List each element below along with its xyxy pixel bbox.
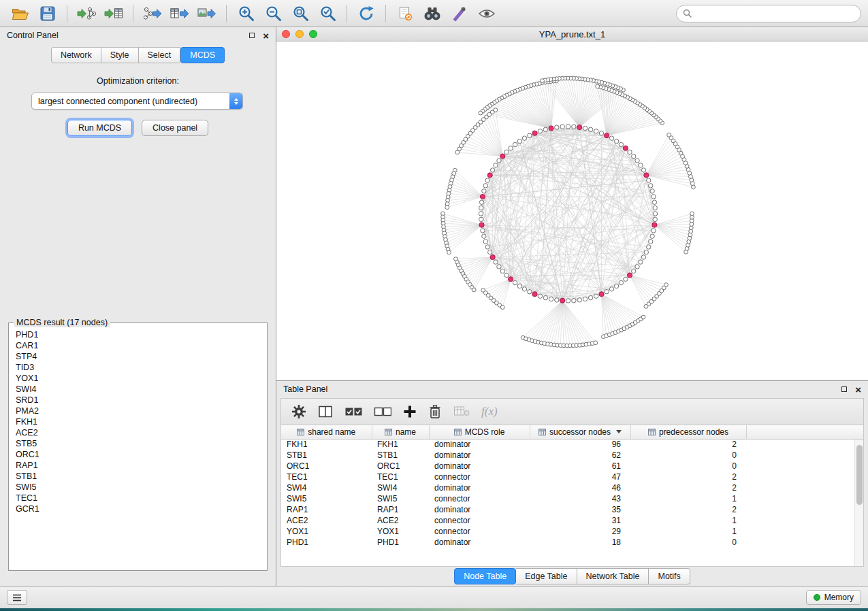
export-table-button[interactable] (166, 2, 193, 25)
list-item[interactable]: TEC1 (16, 493, 260, 503)
close-table-panel-icon[interactable]: × (855, 384, 861, 395)
cell[interactable]: 2 (630, 472, 746, 482)
cell[interactable]: TEC1 (372, 472, 429, 482)
list-item[interactable]: FKH1 (16, 416, 260, 427)
cell[interactable]: FKH1 (372, 439, 429, 450)
cell[interactable]: 29 (530, 526, 630, 537)
cell[interactable]: 43 (530, 493, 630, 504)
tab-node-table[interactable]: Node Table (454, 568, 516, 584)
zoom-fit-button[interactable] (287, 2, 314, 25)
cell[interactable]: dominator (429, 537, 530, 548)
tab-style[interactable]: Style (101, 47, 139, 63)
zoom-in-button[interactable] (232, 2, 259, 25)
table-row[interactable]: PHD1PHD1dominator180 (281, 537, 863, 548)
cell[interactable]: 35 (530, 504, 630, 515)
tab-mcds[interactable]: MCDS (180, 47, 225, 63)
cell[interactable]: connector (429, 526, 530, 537)
function-builder-button[interactable]: f(x) (481, 401, 498, 422)
cell[interactable]: SWI4 (281, 482, 372, 493)
cell[interactable]: ORC1 (372, 461, 429, 472)
cell[interactable]: dominator (429, 504, 530, 515)
clone-network-button[interactable] (391, 2, 419, 25)
cell[interactable]: dominator (429, 461, 530, 472)
cell[interactable]: connector (429, 472, 530, 482)
list-item[interactable]: STB1 (16, 471, 260, 482)
list-item[interactable]: RAP1 (16, 460, 260, 471)
list-item[interactable]: STB5 (16, 438, 260, 449)
list-item[interactable]: YOX1 (16, 373, 260, 384)
cell[interactable]: 1 (630, 526, 746, 537)
float-control-panel-icon[interactable] (249, 33, 255, 38)
cell[interactable]: 46 (530, 482, 630, 493)
cell[interactable]: ORC1 (281, 461, 372, 472)
network-window-titlebar[interactable]: YPA_prune.txt_1 (276, 27, 868, 42)
status-menu-button[interactable] (7, 590, 27, 605)
cell[interactable]: YOX1 (281, 526, 372, 537)
column-header-shared-name[interactable]: shared name (281, 425, 372, 439)
list-item[interactable]: ORC1 (16, 449, 260, 460)
search-network-button[interactable] (419, 2, 446, 25)
table-row[interactable]: SWI4SWI4dominator462 (281, 482, 863, 493)
cell[interactable]: RAP1 (372, 504, 429, 515)
float-table-panel-icon[interactable] (841, 386, 847, 392)
import-table-button[interactable] (100, 2, 127, 25)
cell[interactable]: PHD1 (281, 537, 372, 548)
add-column-button[interactable] (403, 401, 417, 422)
tab-edge-table[interactable]: Edge Table (516, 568, 577, 584)
list-item[interactable]: PMA2 (16, 406, 260, 416)
list-item[interactable]: PHD1 (16, 329, 260, 340)
scrollbar-thumb[interactable] (856, 445, 863, 505)
cell[interactable]: YOX1 (372, 526, 429, 537)
close-window-icon[interactable] (282, 30, 290, 38)
network-canvas[interactable] (276, 42, 868, 380)
refresh-view-button[interactable] (353, 2, 380, 25)
zoom-out-button[interactable] (259, 2, 287, 25)
export-image-button[interactable] (193, 2, 221, 25)
clear-table-button[interactable] (453, 401, 470, 422)
cell[interactable]: 18 (530, 537, 630, 548)
graphics-details-button[interactable] (446, 2, 473, 25)
select-all-button[interactable] (344, 401, 362, 422)
cell[interactable]: 61 (530, 461, 630, 472)
cell[interactable]: STB1 (281, 450, 372, 461)
maximize-window-icon[interactable] (309, 30, 317, 38)
minimize-window-icon[interactable] (295, 30, 304, 38)
cell[interactable]: RAP1 (281, 504, 372, 515)
cell[interactable]: 2 (630, 439, 746, 450)
table-row[interactable]: STB1STB1dominator620 (281, 450, 863, 461)
table-scrollbar[interactable] (854, 440, 863, 566)
table-row[interactable]: ACE2ACE2connector311 (281, 515, 863, 526)
open-file-button[interactable] (7, 2, 34, 25)
cell[interactable]: TEC1 (281, 472, 372, 482)
column-header-name[interactable]: name (372, 425, 429, 439)
cell[interactable]: 0 (630, 537, 746, 548)
show-columns-button[interactable] (318, 401, 333, 422)
table-row[interactable]: RAP1RAP1dominator352 (281, 504, 863, 515)
cell[interactable]: 31 (530, 515, 630, 526)
delete-column-button[interactable] (428, 401, 442, 422)
tab-select[interactable]: Select (139, 47, 181, 63)
column-header-successor-nodes[interactable]: successor nodes (530, 425, 630, 439)
search-input[interactable] (696, 8, 854, 19)
cell[interactable]: 62 (530, 450, 630, 461)
criterion-dropdown[interactable]: largest connected component (undirected) (31, 93, 243, 110)
list-item[interactable]: CAR1 (16, 340, 260, 351)
cell[interactable]: 0 (630, 450, 746, 461)
zoom-selected-button[interactable] (314, 2, 341, 25)
list-item[interactable]: SRD1 (16, 395, 260, 406)
cell[interactable]: 2 (630, 504, 746, 515)
list-item[interactable]: STP4 (16, 351, 260, 362)
list-item[interactable]: GCR1 (16, 503, 260, 514)
cell[interactable]: FKH1 (281, 439, 372, 450)
cell[interactable]: 96 (530, 439, 630, 450)
table-row[interactable]: TEC1TEC1connector472 (281, 472, 863, 482)
cell[interactable]: dominator (429, 439, 530, 450)
export-network-button[interactable] (139, 2, 166, 25)
column-header-predecessor-nodes[interactable]: predecessor nodes (630, 425, 746, 439)
cell[interactable]: connector (429, 493, 530, 504)
cell[interactable]: ACE2 (372, 515, 429, 526)
list-item[interactable]: SWI5 (16, 482, 260, 493)
cell[interactable]: PHD1 (372, 537, 429, 548)
tab-motifs[interactable]: Motifs (649, 568, 690, 584)
save-session-button[interactable] (34, 2, 61, 25)
